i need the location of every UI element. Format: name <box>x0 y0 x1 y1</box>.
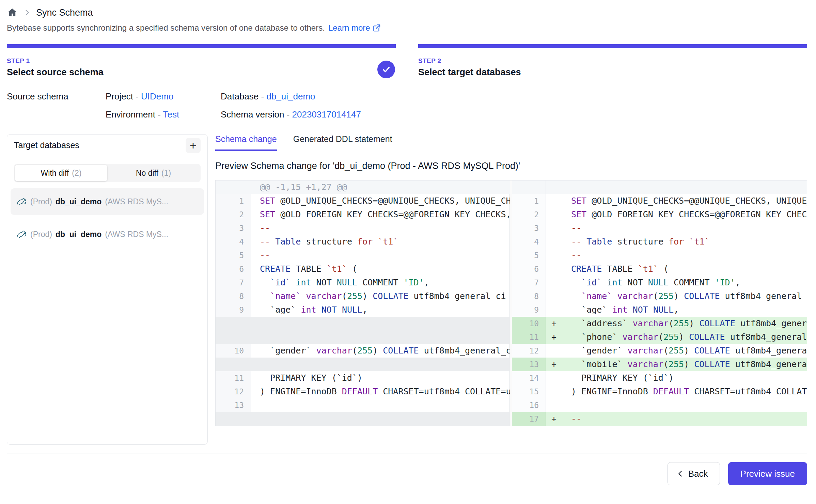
learn-more-link[interactable]: Learn more <box>328 23 381 33</box>
code-line: `phone` varchar(255) COLLATE utf8mb4_gen… <box>562 330 807 344</box>
diff-add-marker: + <box>546 317 562 330</box>
line-number <box>216 317 251 330</box>
line-number: 16 <box>512 398 546 412</box>
diff-filter-tabs: With diff (2) No diff (1) <box>14 164 201 182</box>
spacer-cell <box>7 109 106 120</box>
diff-pane-source[interactable]: @@ -1,15 +1,27 @@1SET @OLD_UNIQUE_CHECKS… <box>216 180 512 426</box>
db-instance: (AWS RDS MyS... <box>105 230 168 239</box>
footer-actions: Back Preview issue <box>7 462 807 485</box>
diff-add-marker <box>546 249 562 262</box>
target-databases-title: Target databases <box>14 140 79 150</box>
db-environment: (Prod) <box>30 230 52 239</box>
step-2: STEP 2 Select target databases <box>418 44 807 78</box>
code-line <box>251 358 510 371</box>
line-number: 4 <box>216 235 251 249</box>
preview-issue-button[interactable]: Preview issue <box>728 462 807 485</box>
target-database-list: (Prod)db_ui_demo(AWS RDS MyS...(Prod)db_… <box>7 188 207 248</box>
mysql-icon <box>16 229 27 240</box>
code-line: `id` int NOT NULL COMMENT 'ID', <box>562 276 807 289</box>
back-button-label: Back <box>688 469 708 479</box>
db-instance: (AWS RDS MyS... <box>105 197 168 206</box>
line-number: 5 <box>216 249 251 262</box>
field-environment: Environment - Test <box>106 109 221 120</box>
field-database-name: Database <box>221 91 258 101</box>
code-line: `gender` varchar(255) COLLATE utf8mb4_ge… <box>251 344 510 358</box>
field-separator: - <box>258 91 266 101</box>
tab-no-diff-label: No diff <box>136 169 158 178</box>
line-number: 7 <box>512 276 546 289</box>
step-2-progress-bar <box>418 44 807 48</box>
code-line: PRIMARY KEY (`id`) <box>251 371 510 385</box>
step-1-title: Select source schema <box>7 67 396 78</box>
diff-add-marker: + <box>546 412 562 426</box>
line-number <box>512 180 546 194</box>
code-line: `address` varchar(255) COLLATE utf8mb4_g… <box>562 317 807 330</box>
code-line: ) ENGINE=InnoDB DEFAULT CHARSET=utf8mb4 … <box>562 385 807 398</box>
tab-with-diff[interactable]: With diff (2) <box>15 165 107 181</box>
field-environment-name: Environment <box>106 109 155 120</box>
code-line: `id` int NOT NULL COMMENT 'ID', <box>251 276 510 289</box>
code-line <box>251 398 510 412</box>
code-line: -- <box>251 221 510 235</box>
diff-add-marker <box>546 303 562 317</box>
tab-schema-change[interactable]: Schema change <box>215 134 277 151</box>
home-icon[interactable] <box>7 7 18 18</box>
diff-add-marker <box>546 276 562 289</box>
line-number: 5 <box>512 249 546 262</box>
line-number: 2 <box>512 208 546 221</box>
code-line: `age` int NOT NULL, <box>251 303 510 317</box>
code-line <box>251 412 510 426</box>
diff-pane-target[interactable]: 1SET @OLD_UNIQUE_CHECKS=@@UNIQUE_CHECKS,… <box>512 180 807 426</box>
diff-add-marker <box>546 208 562 221</box>
page-title: Sync Schema <box>36 7 93 18</box>
code-line: `name` varchar(255) COLLATE utf8mb4_gene… <box>562 289 807 303</box>
external-link-icon <box>372 23 381 32</box>
line-number: 9 <box>216 303 251 317</box>
step-2-title: Select target databases <box>418 67 807 78</box>
diff-add-marker <box>546 289 562 303</box>
field-separator: - <box>133 91 141 101</box>
target-databases-header: Target databases + <box>7 135 207 156</box>
line-number <box>216 180 251 194</box>
code-line: CREATE TABLE `t1` ( <box>251 262 510 276</box>
line-number: 17 <box>512 412 546 426</box>
schema-version-link[interactable]: 20230317014147 <box>292 109 361 120</box>
tab-generated-ddl[interactable]: Generated DDL statement <box>293 134 392 151</box>
line-number: 9 <box>512 303 546 317</box>
step-1-check-icon <box>377 61 395 78</box>
hunk-header: @@ -1,15 +1,27 @@ <box>251 180 510 194</box>
code-line: SET @OLD_UNIQUE_CHECKS=@@UNIQUE_CHECKS, … <box>251 194 510 208</box>
diff-add-marker <box>546 180 562 194</box>
database-link[interactable]: db_ui_demo <box>266 91 315 101</box>
step-2-label: STEP 2 <box>418 57 807 65</box>
back-button[interactable]: Back <box>668 462 720 485</box>
line-number: 7 <box>216 276 251 289</box>
diff-add-marker <box>546 262 562 276</box>
field-database: Database - db_ui_demo <box>221 91 807 102</box>
breadcrumb: Sync Schema <box>7 5 807 20</box>
target-database-item[interactable]: (Prod)db_ui_demo(AWS RDS MyS... <box>11 221 204 248</box>
tab-with-diff-label: With diff <box>41 169 69 178</box>
add-target-database-button[interactable]: + <box>186 138 201 153</box>
line-number: 8 <box>512 289 546 303</box>
code-line: `gender` varchar(255) COLLATE utf8mb4_ge… <box>562 344 807 358</box>
target-databases-panel: Target databases + With diff (2) No diff… <box>7 134 208 445</box>
code-line: CREATE TABLE `t1` ( <box>562 262 807 276</box>
code-line: -- <box>562 249 807 262</box>
mysql-icon <box>16 196 27 207</box>
line-number: 1 <box>216 194 251 208</box>
line-number: 15 <box>512 385 546 398</box>
description-text: Bytebase supports synchronizing a specif… <box>7 23 325 33</box>
code-line: PRIMARY KEY (`id`) <box>562 371 807 385</box>
learn-more-label: Learn more <box>328 23 370 33</box>
line-number: 10 <box>512 317 546 330</box>
target-database-item[interactable]: (Prod)db_ui_demo(AWS RDS MyS... <box>11 188 204 215</box>
tab-no-diff[interactable]: No diff (1) <box>107 165 200 181</box>
diff-add-marker <box>546 235 562 249</box>
field-project-name: Project <box>106 91 133 101</box>
project-link[interactable]: UIDemo <box>141 91 173 101</box>
step-1-label: STEP 1 <box>7 57 396 65</box>
footer-divider <box>7 454 807 454</box>
environment-link[interactable]: Test <box>163 109 179 120</box>
diff-add-marker <box>546 194 562 208</box>
